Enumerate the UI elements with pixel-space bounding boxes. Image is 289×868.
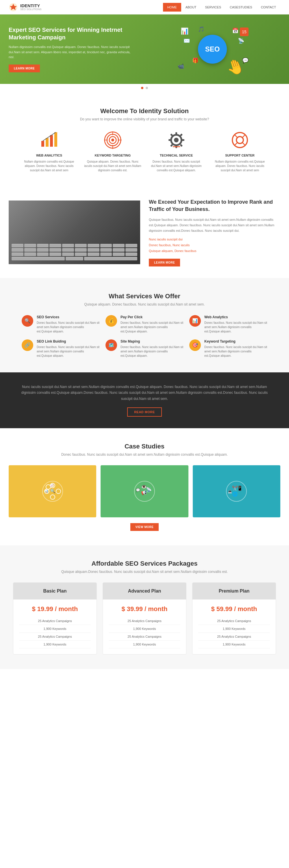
svg-text:💻: 💻 <box>228 489 232 494</box>
nav-links: HOME ABOUT SERVICES CASESTUDIES CONTACT <box>163 3 280 11</box>
exceed-cta-button[interactable]: LEARN MORE <box>149 259 180 267</box>
services-subtitle: Quisque aliquam. Donec faucibus. Nunc ia… <box>9 302 280 306</box>
advanced-feature-4: 1,900 Keywords <box>109 641 180 648</box>
exceed-link-2[interactable]: Donec faucibus, Nunc iaculis <box>149 243 280 248</box>
service-link: 🔗 SEO Link Buiding Donec faucibus. Nunc … <box>22 339 100 358</box>
basic-feature-1: 25 Analytics Campaigns <box>19 617 91 625</box>
feature-1-title: WEB ANALYTICS <box>20 154 78 157</box>
service-keyword-text: Keyword Targeting Donec faucibus. Nunc i… <box>204 339 267 358</box>
basic-feature-2: 1,900 Keywords <box>19 625 91 633</box>
service-keyword: 🎯 Keyword Targeting Donec faucibus. Nunc… <box>189 339 267 358</box>
basic-feature-4: 1,900 Keywords <box>19 641 91 648</box>
feature-2-desc: Quisque aliquam. Donec faucibus. Nunc ia… <box>84 159 142 173</box>
logo: IDENTITY SEO SOLUTIONS <box>9 3 42 12</box>
logo-text: IDENTITY SEO SOLUTIONS <box>20 3 42 11</box>
svg-rect-5 <box>54 132 57 147</box>
service-seo-text: SEO Services Donec faucibus. Nunc iaculi… <box>37 315 100 334</box>
case-studies-title: Case Studies <box>9 443 280 450</box>
exceed-link-3[interactable]: Quisque aliquam, Donec faucibus <box>149 248 280 254</box>
premium-feature-1: 25 Analytics Campaigns <box>198 617 270 625</box>
exceed-link-1[interactable]: Nunc iaculis suscipit dui <box>149 237 280 243</box>
svg-point-36 <box>46 485 50 489</box>
case-card-1[interactable]: 🔍 📊 📈 <box>9 465 96 517</box>
view-more-button[interactable]: VIEW MORE <box>130 523 159 531</box>
service-icon <box>166 130 186 150</box>
advanced-feature-3: 25 Analytics Campaigns <box>109 633 180 641</box>
dot-1 <box>141 87 143 89</box>
advanced-body: $ 39.99 / month 25 Analytics Campaigns 1… <box>103 599 186 654</box>
case-studies-subtitle: Donec faucibus. Nunc iaculis suscipit du… <box>9 453 280 457</box>
svg-rect-19 <box>181 139 184 141</box>
keyword-icon: 🎯 <box>189 339 201 351</box>
hero-content: Expert SEO Services for Winning Inetrnet… <box>9 26 131 72</box>
basic-price: $ 19.99 / month <box>19 605 91 613</box>
feature-service: TECHNICAL SERVICE Donec faucibus. Nunc i… <box>147 130 205 173</box>
svg-line-28 <box>243 135 245 137</box>
keyboard-image-placeholder <box>9 200 140 264</box>
exceed-section: We Exceed Your Expectation to Improve Ra… <box>0 187 289 278</box>
analytics-service-icon: 📊 <box>189 315 201 327</box>
pricing-section: Affordable SEO Services Packages Quisque… <box>0 546 289 669</box>
hero-section: Expert SEO Services for Winning Inetrnet… <box>0 14 289 84</box>
case-card-3[interactable]: ✂️ 📱 🌐 💻 <box>193 465 280 517</box>
premium-plan-title: Premium Plan <box>198 589 270 594</box>
advanced-feature-2: 1,900 Keywords <box>109 625 180 633</box>
exceed-text: We Exceed Your Expectation to Improve Ra… <box>149 198 280 267</box>
nav-contact[interactable]: CONTACT <box>257 3 280 11</box>
features-grid: WEB ANALYTICS Nullam dignissim convallis… <box>9 130 280 173</box>
nav-services[interactable]: SERVICES <box>201 3 225 11</box>
hero-dots <box>0 84 289 93</box>
service-site: 🗺️ Site Maping Donec faucibus. Nunc iacu… <box>106 339 183 358</box>
hero-description: Nullam dignissim convallis est.Quisque a… <box>9 44 131 60</box>
welcome-section: Welcome To Identity Solution Do you want… <box>0 93 289 187</box>
svg-rect-4 <box>50 135 53 147</box>
nav-home[interactable]: HOME <box>163 3 181 11</box>
advanced-header: Advanced Plan <box>103 583 186 599</box>
svg-text:📡: 📡 <box>146 487 152 492</box>
svg-line-30 <box>243 143 245 145</box>
case-studies-section: Case Studies Donec faucibus. Nunc iaculi… <box>0 428 289 546</box>
advanced-price: $ 39.99 / month <box>109 605 180 613</box>
svg-text:🔍: 🔍 <box>50 489 56 494</box>
basic-body: $ 19.99 / month 25 Analytics Campaigns 1… <box>13 599 97 654</box>
feature-analytics: WEB ANALYTICS Nullam dignissim convallis… <box>20 130 78 173</box>
feature-4-title: SUPPORT CENTER <box>211 154 269 157</box>
feature-3-desc: Donec faucibus. Nunc iaculis suscipit du… <box>147 159 205 173</box>
svg-line-29 <box>235 143 237 145</box>
banner-section: Nunc iaculis suscipit dui.Nam sit amet s… <box>0 372 289 428</box>
svg-point-34 <box>56 489 61 494</box>
case-card-2[interactable]: 👁️ 📢 📡 💬 <box>101 465 188 517</box>
pricing-grid: Basic Plan $ 19.99 / month 25 Analytics … <box>9 582 280 654</box>
service-link-text: SEO Link Buiding Donec faucibus. Nunc ia… <box>37 339 100 358</box>
dot-2 <box>146 87 148 89</box>
feature-support: SUPPORT CENTER Nullam dignissim convalli… <box>211 130 269 173</box>
service-analytics: 📊 Web Analytics Donec faucibus. Nunc iac… <box>189 315 267 334</box>
svg-rect-18 <box>169 139 171 141</box>
svg-rect-16 <box>175 132 177 135</box>
service-ppc-text: Pay Per Click Donec faucibus. Nunc iacul… <box>120 315 183 334</box>
ppc-icon: 💰 <box>106 315 117 327</box>
premium-feature-4: 1,900 Keywords <box>198 641 270 648</box>
basic-feature-3: 25 Analytics Campaigns <box>19 633 91 641</box>
svg-text:📊: 📊 <box>44 489 48 493</box>
premium-body: $ 59.99 / month 25 Analytics Campaigns 1… <box>192 599 276 654</box>
svg-line-27 <box>235 135 237 137</box>
services-title: What Services We Offer <box>9 292 280 300</box>
nav-casestudies[interactable]: CASESTUDIES <box>225 3 257 11</box>
hero-cta-button[interactable]: LEARN MORE <box>9 64 40 72</box>
services-section: What Services We Offer Quisque aliquam. … <box>0 278 289 372</box>
hero-title: Expert SEO Services for Winning Inetrnet… <box>9 26 131 41</box>
exceed-image <box>9 200 140 264</box>
nav-about[interactable]: ABOUT <box>181 3 201 11</box>
seo-icon: 🔍 <box>22 315 33 327</box>
service-analytics-text: Web Analytics Donec faucibus. Nunc iacul… <box>204 315 267 334</box>
welcome-subtitle: Do you want to improve the online visibi… <box>9 117 280 121</box>
welcome-title: Welcome To Identity Solution <box>9 107 280 115</box>
banner-read-more-button[interactable]: READ MORE <box>127 407 162 416</box>
premium-feature-3: 25 Analytics Campaigns <box>198 633 270 641</box>
services-grid: 🔍 SEO Services Donec faucibus. Nunc iacu… <box>9 315 280 358</box>
svg-point-26 <box>237 136 243 144</box>
premium-price: $ 59.99 / month <box>198 605 270 613</box>
exceed-title: We Exceed Your Expectation to Improve Ra… <box>149 198 280 213</box>
svg-text:📱: 📱 <box>237 486 243 491</box>
